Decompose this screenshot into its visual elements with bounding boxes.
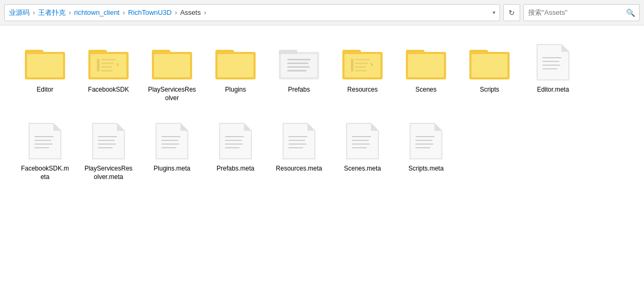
svg-rect-20 (281, 54, 317, 77)
list-item[interactable]: PlayServicesRes olver (143, 36, 201, 106)
breadcrumb-item[interactable]: 王者扑克 (38, 8, 66, 17)
svg-rect-78 (352, 136, 371, 137)
svg-rect-29 (355, 59, 370, 60)
folder-icon (214, 40, 257, 83)
svg-rect-87 (415, 147, 430, 148)
folder-icon (405, 40, 447, 83)
svg-rect-48 (34, 136, 53, 137)
file-icon (341, 119, 384, 162)
svg-rect-2 (27, 54, 63, 77)
svg-rect-60 (161, 136, 180, 137)
svg-marker-53 (117, 123, 124, 131)
svg-rect-32 (355, 70, 367, 71)
file-label: Scenes.meta (344, 165, 381, 173)
list-item[interactable]: Plugins.meta (143, 115, 201, 177)
breadcrumb-trailing-separator: › (204, 9, 206, 16)
list-item[interactable]: Prefabs (270, 36, 328, 99)
address-bar: 业源码 › 王者扑克 › richtown_client › RichTownU… (0, 0, 644, 25)
svg-rect-81 (352, 147, 367, 148)
svg-rect-72 (288, 136, 307, 137)
svg-rect-73 (288, 140, 305, 141)
breadcrumb-item[interactable]: 业源码 (9, 8, 30, 17)
svg-rect-85 (415, 140, 432, 141)
file-label: Resources (347, 86, 377, 94)
svg-text:›: › (116, 60, 119, 68)
svg-rect-43 (542, 61, 559, 62)
list-item[interactable]: › FacebookSDK (79, 36, 138, 99)
folder-icon (468, 40, 511, 83)
svg-rect-75 (288, 147, 303, 148)
file-label: Resources.meta (276, 165, 322, 173)
breadcrumb-item[interactable]: RichTownU3D (128, 8, 171, 16)
svg-rect-84 (415, 136, 434, 137)
breadcrumb-separator: › (175, 9, 177, 16)
file-label: PlayServicesResolver.meta (84, 165, 133, 181)
list-item[interactable]: Scripts.meta (397, 115, 455, 177)
list-item[interactable]: Resources.meta (270, 115, 328, 177)
breadcrumb-container[interactable]: 业源码 › 王者扑克 › richtown_client › RichTownU… (4, 4, 500, 21)
svg-rect-8 (101, 62, 114, 64)
svg-rect-22 (287, 62, 309, 64)
file-icon (214, 119, 257, 162)
list-item[interactable]: FacebookSDK.meta (16, 115, 74, 185)
svg-rect-55 (98, 140, 115, 141)
svg-rect-7 (101, 59, 116, 60)
svg-rect-17 (217, 54, 253, 77)
svg-rect-61 (161, 140, 178, 141)
list-item[interactable]: Scenes.meta (333, 115, 392, 177)
svg-rect-54 (98, 136, 117, 137)
refresh-button[interactable]: ↻ (503, 4, 520, 21)
svg-rect-69 (225, 147, 240, 148)
svg-rect-6 (97, 59, 99, 71)
svg-rect-39 (471, 54, 507, 77)
folder-icon (151, 40, 193, 83)
list-item[interactable]: Plugins (206, 36, 265, 99)
list-item[interactable]: Editor (16, 36, 74, 99)
file-label: Scripts.meta (409, 165, 444, 173)
svg-rect-31 (355, 66, 366, 68)
svg-rect-86 (415, 144, 433, 145)
list-item[interactable]: Prefabs.meta (206, 115, 265, 177)
file-icon (278, 119, 320, 162)
svg-rect-57 (98, 147, 113, 148)
file-icon (405, 119, 447, 162)
svg-rect-62 (161, 144, 179, 145)
file-label: Prefabs (288, 86, 310, 94)
svg-rect-30 (355, 62, 368, 64)
search-input[interactable] (528, 8, 623, 16)
svg-rect-21 (287, 59, 311, 60)
folder-icon (24, 40, 66, 83)
svg-rect-80 (352, 144, 370, 145)
folder-icon (278, 40, 320, 83)
breadcrumb-dropdown-icon[interactable]: ▾ (493, 10, 495, 15)
svg-rect-56 (98, 144, 116, 145)
file-icon (24, 119, 66, 162)
file-label: FacebookSDK (88, 86, 129, 94)
list-item[interactable]: Scenes (397, 36, 455, 99)
svg-rect-14 (154, 54, 190, 77)
list-item[interactable]: Editor.meta (524, 36, 582, 99)
svg-rect-45 (542, 68, 557, 69)
svg-rect-42 (542, 57, 561, 58)
file-label: Plugins.meta (153, 165, 190, 173)
svg-rect-51 (34, 147, 49, 148)
breadcrumb-separator: › (123, 9, 125, 16)
file-icon (151, 119, 193, 162)
svg-rect-5 (90, 54, 126, 77)
breadcrumb-item[interactable]: richtown_client (74, 8, 120, 16)
list-item[interactable]: Scripts (460, 36, 519, 99)
svg-rect-74 (288, 144, 306, 145)
search-box[interactable]: 🔍 (523, 4, 640, 21)
file-grid-row2: FacebookSDK.meta PlayServicesResolver.me… (16, 115, 628, 185)
folder-icon: › (87, 40, 130, 83)
breadcrumb-current: Assets (180, 8, 201, 16)
file-label: Plugins (225, 86, 246, 94)
list-item[interactable]: › Resources (333, 36, 392, 99)
svg-text:›: › (370, 60, 373, 68)
svg-rect-44 (542, 65, 560, 66)
svg-rect-67 (225, 140, 242, 141)
svg-rect-28 (351, 59, 353, 71)
file-label: Editor.meta (537, 86, 569, 94)
svg-rect-79 (352, 140, 369, 141)
list-item[interactable]: PlayServicesResolver.meta (79, 115, 138, 185)
